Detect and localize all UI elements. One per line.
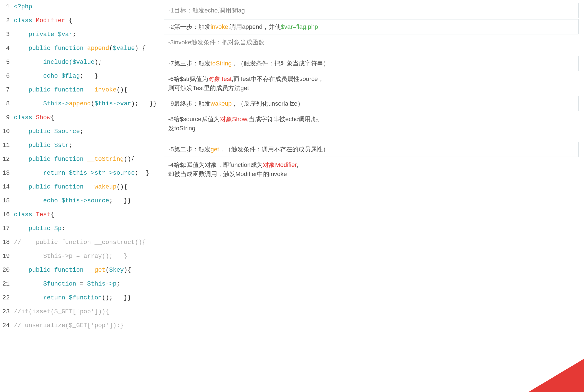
line-content: class Show{ (14, 114, 158, 121)
annotation-spacer (164, 136, 578, 142)
code-line: 22 return $function(); }} (0, 294, 158, 308)
line-number: 2 (0, 17, 14, 24)
line-number: 12 (0, 156, 14, 163)
line-content: //if(isset($_GET['pop'])){ (14, 308, 158, 315)
code-line: 9class Show{ (0, 114, 158, 128)
annotation-box: -3invoke触发条件：把对象当成函数 (164, 35, 578, 49)
line-content: return $function(); }} (14, 294, 158, 301)
line-number: 1 (0, 3, 14, 10)
line-number: 10 (0, 128, 14, 135)
code-line: 3 private $var; (0, 30, 158, 44)
line-number: 3 (0, 31, 14, 38)
line-number: 17 (0, 225, 14, 232)
line-number: 13 (0, 170, 14, 177)
annotation-box: -8给$source赋值为对象Show,当成字符串被echo调用,触发toStr… (164, 112, 578, 135)
code-line: 17 public $p; (0, 225, 158, 238)
line-number: 4 (0, 45, 14, 52)
code-panel: 1<?php2class Modifier {3 private $var;4 … (0, 0, 158, 392)
line-content: $function = $this->p; (14, 281, 158, 287)
line-content: <?php (14, 3, 158, 10)
code-line: 20 public function __get($key){ (0, 266, 158, 280)
code-line: 23//if(isset($_GET['pop'])){ (0, 308, 158, 322)
code-line: 11 public $str; (0, 141, 158, 155)
code-line: 16class Test{ (0, 211, 158, 225)
line-number: 24 (0, 322, 14, 329)
code-line: 21 $function = $this->p; (0, 280, 158, 294)
code-line: 13 return $this->str->source; } (0, 169, 158, 183)
code-line: 14 public function __wakeup(){ (0, 183, 158, 197)
line-number: 7 (0, 86, 14, 93)
line-number: 9 (0, 114, 14, 121)
line-number: 11 (0, 142, 14, 149)
code-line: 6 echo $flag; } (0, 72, 158, 86)
triangle-decoration (528, 359, 584, 392)
code-line: 24// unserialize($_GET['pop']);} (0, 322, 158, 335)
line-content: public $p; (14, 225, 158, 232)
line-content: include($value); (14, 59, 158, 66)
line-content: public function append($value) { (14, 45, 158, 52)
line-number: 19 (0, 253, 14, 260)
code-line: 15 echo $this->source; }} (0, 197, 158, 211)
code-line: 8 $this->append($this->var); }} (0, 100, 158, 114)
line-content: echo $this->source; }} (14, 197, 158, 204)
line-content: public $str; (14, 142, 158, 149)
code-line: 1<?php (0, 3, 158, 17)
line-content: // public function __construct(){ (14, 239, 158, 246)
line-number: 8 (0, 100, 14, 107)
line-number: 20 (0, 267, 14, 274)
annotation-box: -9最终步：触发wakeup，（反序列化unserialize） (164, 96, 578, 111)
code-line: 7 public function __invoke(){ (0, 86, 158, 100)
line-content: echo $flag; } (14, 73, 158, 80)
line-content: private $var; (14, 31, 158, 38)
line-content: return $this->str->source; } (14, 170, 158, 177)
annotation-box: -2第一步：触发invoke,调用append，并使$var=flag.php (164, 19, 578, 34)
annotation-spacer (164, 50, 578, 56)
annotation-panel: -1目标：触发echo,调用$flag-2第一步：触发invoke,调用appe… (158, 0, 584, 392)
line-content: public function __toString(){ (14, 156, 158, 163)
annotation-box: -4给$p赋值为对象，即function成为对象Modifier,却被当成函数调… (164, 158, 578, 181)
annotation-box: -6给$str赋值为对象Test,而Test中不存在成员属性source，则可触… (164, 72, 578, 95)
annotation-box: -7第三步：触发toString，（触发条件：把对象当成字符串） (164, 56, 578, 71)
line-number: 22 (0, 294, 14, 301)
code-line: 2class Modifier { (0, 17, 158, 30)
line-number: 23 (0, 308, 14, 315)
line-content: // unserialize($_GET['pop']);} (14, 322, 158, 329)
line-number: 15 (0, 197, 14, 204)
line-content: public $source; (14, 128, 158, 135)
code-line: 4 public function append($value) { (0, 44, 158, 58)
annotation-box: -5第二步：触发get，（触发条件：调用不存在的成员属性） (164, 142, 578, 157)
line-number: 6 (0, 73, 14, 80)
code-line: 18// public function __construct(){ (0, 238, 158, 252)
annotation-box: -1目标：触发echo,调用$flag (164, 3, 578, 18)
line-content: $this->append($this->var); }} (14, 100, 158, 107)
code-line: 5 include($value); (0, 58, 158, 72)
code-line: 19 $this->p = array(); } (0, 252, 158, 266)
line-number: 21 (0, 281, 14, 287)
line-content: public function __invoke(){ (14, 86, 158, 93)
line-content: public function __get($key){ (14, 267, 158, 274)
line-number: 5 (0, 59, 14, 66)
line-number: 14 (0, 184, 14, 190)
code-line: 12 public function __toString(){ (0, 155, 158, 169)
line-content: class Test{ (14, 211, 158, 218)
code-line: 10 public $source; (0, 128, 158, 141)
line-content: public function __wakeup(){ (14, 184, 158, 190)
line-number: 18 (0, 239, 14, 246)
line-number: 16 (0, 211, 14, 218)
line-content: $this->p = array(); } (14, 253, 158, 260)
line-content: class Modifier { (14, 17, 158, 24)
